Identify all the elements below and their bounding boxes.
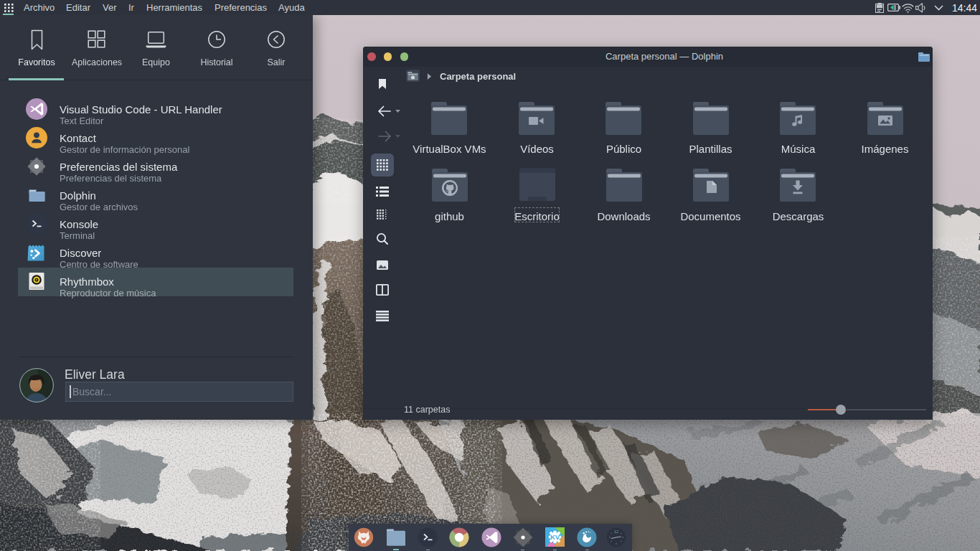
svg-text:KV: KV: [550, 533, 560, 541]
svg-text:12: 12: [614, 529, 618, 534]
